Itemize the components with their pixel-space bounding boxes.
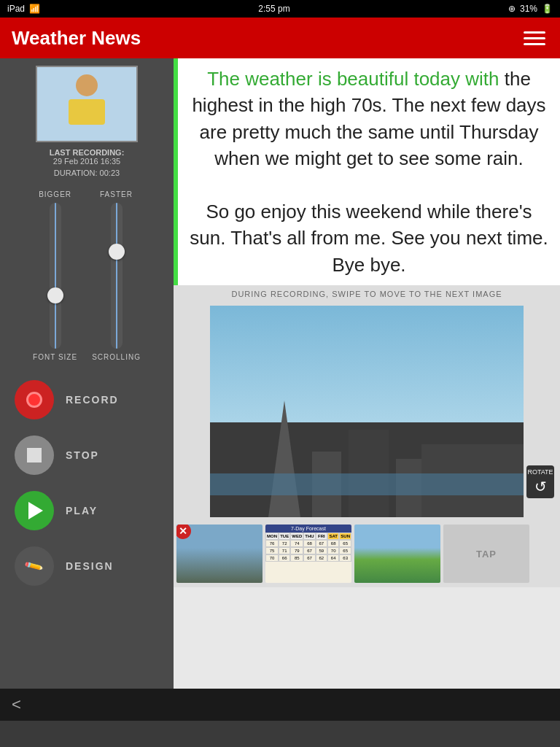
wt-ll-tue: 66 <box>279 554 290 562</box>
wt-ll-mon: 70 <box>265 554 279 562</box>
rotate-label: ROTATE <box>527 468 553 476</box>
avatar <box>36 66 138 142</box>
wt-ll-fri: 62 <box>316 554 327 562</box>
app-title: Weather News <box>12 27 141 50</box>
back-button[interactable]: < <box>12 695 21 714</box>
wt-day-sun: SUN <box>339 533 351 540</box>
sf-water <box>210 473 524 495</box>
wt-day-sat: SAT <box>327 533 339 540</box>
scrolling-slider-line <box>116 203 117 349</box>
font-size-slider-col: BIGGER FONT SIZE <box>33 190 77 361</box>
teleprompter-text: The weather is beautiful today with the … <box>190 66 548 278</box>
wt-hi-sun: 65 <box>339 540 351 547</box>
image-section: DURING RECORDING, SWIPE TO MOVE TO THE N… <box>174 285 560 689</box>
font-size-slider-track[interactable] <box>50 203 61 349</box>
wt-lo-mon: 75 <box>265 547 279 554</box>
battery-label: 31% <box>520 4 537 14</box>
menu-button[interactable] <box>521 28 548 48</box>
font-size-slider-thumb[interactable] <box>47 287 63 303</box>
main-image-area: ROTATE ↺ <box>174 303 560 520</box>
wt-lo-sat: 70 <box>327 547 339 554</box>
wt-ll-thu: 67 <box>303 554 315 562</box>
bluetooth-icon: ⊕ <box>508 4 516 14</box>
figure-body <box>69 99 105 125</box>
tap-label: TAP <box>476 549 497 560</box>
design-icon: ✏️ <box>23 555 45 577</box>
wifi-icon: 📶 <box>29 4 40 14</box>
scrolling-slider-track[interactable] <box>111 203 122 349</box>
teleprompter-highlight: The weather is beautiful today with <box>207 68 499 90</box>
rotate-button[interactable]: ROTATE ↺ <box>526 465 554 498</box>
battery-icon: 🔋 <box>542 4 553 14</box>
stop-label: STOP <box>66 449 99 461</box>
font-size-slider-line <box>55 203 56 349</box>
wt-lo-sun: 65 <box>339 547 351 554</box>
thumbnails-row: ✕ 7-Day Forecast MON TUE WED THU FRI SAT <box>174 520 560 587</box>
thumbnail-3-image <box>354 525 440 583</box>
stop-icon <box>27 448 42 462</box>
design-row[interactable]: ✏️ DESIGN <box>15 539 159 593</box>
scrolling-slider-thumb[interactable] <box>109 244 125 260</box>
left-panel: LAST RECORDING: 29 Feb 2016 16:35 DURATI… <box>0 58 174 689</box>
font-size-bottom-label: FONT SIZE <box>33 353 77 361</box>
wt-ll-sat: 64 <box>327 554 339 562</box>
play-label: PLAY <box>66 505 98 516</box>
app-header: Weather News <box>0 18 560 58</box>
thumbnail-tap[interactable]: TAP <box>443 525 529 583</box>
record-button[interactable] <box>15 380 54 419</box>
avatar-placeholder <box>37 67 136 141</box>
status-bar: iPad 📶 2:55 pm ⊕ 31% 🔋 <box>0 0 560 18</box>
wt-hi-mon: 76 <box>265 540 279 547</box>
right-panel: The weather is beautiful today with the … <box>174 58 560 689</box>
wt-hi-tue: 72 <box>279 540 290 547</box>
play-row[interactable]: PLAY <box>15 484 159 538</box>
recording-info: LAST RECORDING: 29 Feb 2016 16:35 <box>50 148 125 166</box>
thumbnail-1[interactable]: ✕ <box>176 525 262 583</box>
wt-ll-wed: 85 <box>290 554 303 562</box>
wt-lo-wed: 79 <box>290 547 303 554</box>
design-button[interactable]: ✏️ <box>15 546 54 586</box>
wt-day-thu: THU <box>303 533 315 540</box>
wt-day-fri: FRI <box>316 533 327 540</box>
weather-table: 7-Day Forecast MON TUE WED THU FRI SAT S… <box>265 525 351 583</box>
sf-transamerica-pyramid <box>268 400 300 517</box>
wt-ll-sun: 63 <box>339 554 351 562</box>
sliders-row: BIGGER FONT SIZE FASTER SCROLLING <box>33 190 141 361</box>
wt-lo-thu: 67 <box>303 547 315 554</box>
weather-table-grid: MON TUE WED THU FRI SAT SUN 76 72 74 68 … <box>265 533 351 562</box>
record-row[interactable]: RECORD <box>15 373 159 427</box>
time-label: 2:55 pm <box>258 4 289 14</box>
stop-row[interactable]: STOP <box>15 428 159 482</box>
rotate-icon: ↺ <box>534 478 547 495</box>
buttons-section: RECORD STOP PLAY ✏️ DESIGN <box>0 365 174 600</box>
teleprompter: The weather is beautiful today with the … <box>174 58 560 285</box>
wt-lo-tue: 71 <box>279 547 290 554</box>
play-button[interactable] <box>15 491 54 530</box>
figure-head <box>76 74 98 96</box>
design-label: DESIGN <box>66 560 114 572</box>
sf-sky <box>210 306 524 422</box>
record-icon <box>26 392 42 408</box>
wt-day-wed: WED <box>290 533 303 540</box>
wt-day-mon: MON <box>265 533 279 540</box>
wt-day-tue: TUE <box>279 533 290 540</box>
weather-table-header: 7-Day Forecast <box>265 525 351 533</box>
faster-label: FASTER <box>100 190 133 198</box>
duration-label: DURATION: 00:23 <box>54 169 120 177</box>
recording-date: 29 Feb 2016 16:35 <box>50 157 125 166</box>
hamburger-line-1 <box>524 31 545 34</box>
main-image <box>210 306 524 517</box>
recording-label: LAST RECORDING: <box>50 148 125 157</box>
bigger-label: BIGGER <box>39 190 71 198</box>
main-layout: LAST RECORDING: 29 Feb 2016 16:35 DURATI… <box>0 58 560 689</box>
device-label: iPad <box>7 4 25 14</box>
stop-button[interactable] <box>15 436 54 475</box>
wt-hi-wed: 74 <box>290 540 303 547</box>
thumbnail-2[interactable]: 7-Day Forecast MON TUE WED THU FRI SAT S… <box>265 525 351 583</box>
thumbnail-3[interactable] <box>354 525 440 583</box>
wt-hi-sat: 68 <box>327 540 339 547</box>
play-icon <box>28 502 43 519</box>
record-label: RECORD <box>66 394 119 406</box>
wt-hi-thu: 68 <box>303 540 315 547</box>
scrolling-bottom-label: SCROLLING <box>92 353 141 361</box>
